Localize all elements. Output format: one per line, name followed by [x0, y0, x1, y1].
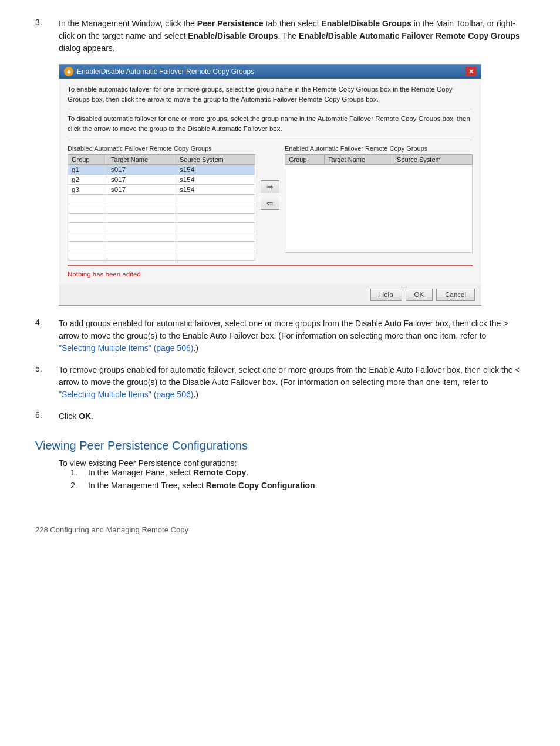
- right-table-section: Enabled Automatic Failover Remote Copy G…: [285, 145, 473, 253]
- step-6-before: Click: [59, 411, 79, 421]
- sub-step-2-num: 2.: [70, 481, 88, 490]
- left-empty-cell-2-8: [176, 242, 255, 251]
- section-intro: To view existing Peer Persistence config…: [59, 458, 525, 490]
- step-5-text: To remove groups enabled for automatic f…: [59, 364, 525, 401]
- left-empty-cell-1-3: [107, 195, 176, 204]
- cancel-button[interactable]: Cancel: [436, 289, 475, 301]
- page-footer-text: Configuring and Managing Remote Copy: [48, 525, 188, 534]
- dialog-close-button[interactable]: ✕: [465, 67, 476, 76]
- dialog-divider2: [68, 139, 473, 139]
- left-empty-cell-0-6: [68, 223, 107, 232]
- dialog-titlebar: ◆ Enable/Disable Automatic Failover Remo…: [59, 65, 481, 79]
- step-3-bold2: Enable/Disable Groups: [322, 19, 411, 28]
- right-table: Group Target Name Source System: [285, 154, 473, 253]
- sub-step-2-after: .: [315, 481, 318, 490]
- left-empty-cell-0-3: [68, 195, 107, 204]
- left-cell-source-1: s154: [176, 175, 255, 185]
- sub-step-2-before: In the Management Tree, select: [88, 481, 206, 490]
- left-table: Group Target Name Source System g1s017s1…: [68, 154, 255, 261]
- left-empty-cell-1-8: [107, 242, 176, 251]
- dialog-titlebar-left: ◆ Enable/Disable Automatic Failover Remo…: [64, 67, 254, 76]
- step-4-number: 4.: [35, 318, 59, 327]
- step-3-text: In the Management Window, click the Peer…: [59, 18, 525, 55]
- sub-step-2-text: In the Management Tree, select Remote Co…: [88, 481, 318, 490]
- left-empty-cell-2-4: [176, 204, 255, 214]
- help-button[interactable]: Help: [370, 289, 402, 301]
- sub-step-1-after: .: [246, 468, 248, 477]
- left-table-empty-row-9: [68, 251, 255, 261]
- left-empty-cell-2-5: [176, 214, 255, 223]
- step-5-link[interactable]: "Selecting Multiple Items" (page 506): [59, 390, 193, 399]
- left-cell-target-2: s017: [107, 185, 176, 195]
- dialog-status-area: Nothing has been edited: [68, 265, 473, 278]
- left-table-empty-row-4: [68, 204, 255, 214]
- left-table-section: Disabled Automatic Failover Remote Copy …: [68, 145, 255, 261]
- left-col-group: Group: [68, 155, 107, 165]
- step-3-bold1: Peer Persistence: [197, 19, 264, 28]
- section-heading: Viewing Peer Persistence Configurations: [35, 439, 525, 453]
- step-5-number: 5.: [35, 364, 59, 373]
- step-5-after: .): [193, 390, 198, 399]
- step-6-bold: OK: [79, 411, 91, 421]
- left-table-empty-row-7: [68, 232, 255, 242]
- step-3-text-before: In the Management Window, click the: [59, 19, 197, 28]
- dialog-status-text: Nothing has been edited: [68, 271, 141, 278]
- step-4-text: To add groups enabled for automatic fail…: [59, 318, 525, 355]
- left-empty-cell-2-6: [176, 223, 255, 232]
- enable-disable-dialog: ◆ Enable/Disable Automatic Failover Remo…: [59, 64, 481, 306]
- right-table-header-row: Group Target Name Source System: [285, 155, 473, 165]
- dialog-desc2: To disabled automatic failover for one o…: [68, 114, 473, 134]
- left-cell-source-2: s154: [176, 185, 255, 195]
- page-number: 228: [35, 525, 48, 534]
- sub-step-2: 2. In the Management Tree, select Remote…: [70, 481, 525, 490]
- left-empty-cell-1-7: [107, 232, 176, 242]
- step-3: 3. In the Management Window, click the P…: [35, 18, 525, 55]
- left-table-header-row: Group Target Name Source System: [68, 155, 255, 165]
- right-table-empty-row: [285, 165, 473, 253]
- arrow-left-button[interactable]: ⇐: [261, 197, 279, 210]
- left-table-row-1[interactable]: g2s017s154: [68, 175, 255, 185]
- step-6-text: Click OK.: [59, 410, 93, 423]
- left-table-label: Disabled Automatic Failover Remote Copy …: [68, 145, 255, 152]
- right-col-source: Source System: [393, 155, 473, 165]
- step-4-main: To add groups enabled for automatic fail…: [59, 319, 508, 340]
- dialog-wrapper: ◆ Enable/Disable Automatic Failover Remo…: [59, 64, 525, 306]
- step-3-text5: dialog appears.: [59, 43, 115, 53]
- step-4-link[interactable]: "Selecting Multiple Items" (page 506): [59, 343, 193, 353]
- step-5: 5. To remove groups enabled for automati…: [35, 364, 525, 401]
- step-4: 4. To add groups enabled for automatic f…: [35, 318, 525, 355]
- left-empty-cell-0-7: [68, 232, 107, 242]
- left-cell-group-0: g1: [68, 165, 107, 175]
- ok-button[interactable]: OK: [406, 289, 433, 301]
- dialog-app-icon: ◆: [64, 67, 73, 76]
- left-empty-cell-0-9: [68, 251, 107, 261]
- step-3-number: 3.: [35, 18, 59, 27]
- page-footer: 228 Configuring and Managing Remote Copy: [35, 525, 525, 534]
- step-3-text4: . The: [278, 31, 299, 40]
- step-3-bold3: Enable/Disable Groups: [188, 31, 278, 40]
- tables-area: Disabled Automatic Failover Remote Copy …: [68, 145, 473, 261]
- left-empty-cell-2-3: [176, 195, 255, 204]
- right-col-target: Target Name: [325, 155, 393, 165]
- step-5-main: To remove groups enabled for automatic f…: [59, 365, 520, 387]
- right-col-group: Group: [285, 155, 325, 165]
- left-empty-cell-0-8: [68, 242, 107, 251]
- arrow-right-button[interactable]: ⇒: [261, 180, 279, 193]
- section-sub-list: 1. In the Manager Pane, select Remote Co…: [70, 468, 525, 490]
- left-table-empty-row-3: [68, 195, 255, 204]
- left-empty-cell-1-5: [107, 214, 176, 223]
- left-cell-source-0: s154: [176, 165, 255, 175]
- dialog-divider1: [68, 110, 473, 110]
- left-table-row-2[interactable]: g3s017s154: [68, 185, 255, 195]
- left-table-empty-row-8: [68, 242, 255, 251]
- step-6-after: .: [91, 411, 93, 421]
- left-cell-group-1: g2: [68, 175, 107, 185]
- right-table-label: Enabled Automatic Failover Remote Copy G…: [285, 145, 473, 152]
- dialog-desc1: To enable automatic failover for one or …: [68, 85, 473, 105]
- left-cell-target-1: s017: [107, 175, 176, 185]
- sub-step-1-bold: Remote Copy: [193, 468, 246, 477]
- left-empty-cell-0-4: [68, 204, 107, 214]
- sub-step-2-bold: Remote Copy Configuration: [206, 481, 315, 490]
- left-table-row-0[interactable]: g1s017s154: [68, 165, 255, 175]
- left-empty-cell-1-9: [107, 251, 176, 261]
